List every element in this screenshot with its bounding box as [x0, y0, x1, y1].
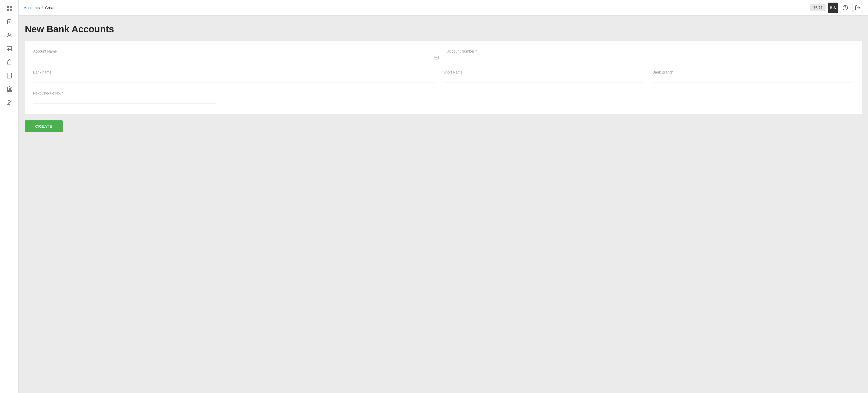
svg-rect-4	[7, 20, 11, 24]
svg-rect-1	[10, 6, 12, 8]
account-name-field: Account Name	[33, 49, 439, 62]
svg-rect-18	[9, 88, 9, 91]
account-name-input[interactable]	[33, 54, 439, 62]
svg-rect-0	[7, 6, 9, 8]
next-cheque-field: Next Cheque No. *	[33, 91, 216, 104]
bank-name-label: Bank name	[33, 70, 435, 74]
record-counter: 76/77	[810, 4, 826, 11]
svg-rect-19	[10, 88, 11, 91]
short-name-label: Short Name	[443, 70, 644, 74]
bank-branch-input[interactable]	[653, 75, 854, 83]
grid-icon[interactable]	[3, 2, 16, 15]
contact-card-icon	[434, 55, 439, 60]
clipboard-icon[interactable]	[3, 16, 16, 28]
bank-branch-field: Bank Branch	[653, 70, 854, 83]
account-number-label: Account Number *	[447, 49, 854, 53]
breadcrumb-current: Create	[45, 5, 57, 10]
page-content: New Bank Accounts Account Name	[19, 16, 868, 393]
breadcrumb: Accounts / Create	[24, 5, 57, 10]
page-title: New Bank Accounts	[25, 24, 862, 35]
topbar-right: 76/77 B.S	[810, 3, 863, 13]
svg-rect-3	[10, 9, 12, 10]
report-icon[interactable]	[3, 69, 16, 82]
user-avatar[interactable]: B.S	[828, 3, 838, 13]
short-name-field: Short Name	[443, 70, 644, 83]
breadcrumb-separator: /	[42, 5, 43, 10]
svg-rect-17	[7, 88, 8, 91]
topbar: Accounts / Create 76/77 B.S	[19, 0, 868, 16]
account-number-field: Account Number *	[447, 49, 854, 62]
currency-icon[interactable]	[3, 96, 16, 109]
svg-point-27	[435, 57, 436, 58]
svg-rect-8	[7, 46, 12, 51]
bank-branch-label: Bank Branch	[653, 70, 854, 74]
bank-name-field: Bank name	[33, 70, 435, 83]
bank-icon[interactable]	[3, 83, 16, 95]
account-number-input[interactable]	[447, 54, 854, 62]
person-icon[interactable]	[3, 29, 16, 41]
sidebar	[0, 0, 19, 393]
form-row-3: Next Cheque No. *	[33, 91, 854, 104]
create-button[interactable]: CREATE	[25, 120, 63, 132]
breadcrumb-accounts-link[interactable]: Accounts	[24, 5, 40, 10]
svg-point-24	[845, 9, 845, 9]
form-row-2: Bank name Short Name Bank Branch	[33, 70, 854, 83]
bag-icon[interactable]	[3, 56, 16, 68]
svg-point-7	[8, 33, 10, 35]
main-area: Accounts / Create 76/77 B.S	[19, 0, 868, 393]
next-cheque-input[interactable]	[33, 96, 216, 104]
short-name-input[interactable]	[443, 75, 644, 83]
form-card: Account Name Account Number *	[25, 41, 862, 114]
next-cheque-label: Next Cheque No. *	[33, 91, 216, 95]
table-icon[interactable]	[3, 43, 16, 55]
account-name-label: Account Name	[33, 49, 439, 53]
spacer-field	[224, 91, 854, 104]
form-row-1: Account Name Account Number *	[33, 49, 854, 62]
logout-button[interactable]	[852, 3, 863, 13]
svg-rect-2	[7, 9, 9, 10]
help-button[interactable]	[840, 3, 850, 13]
bank-name-input[interactable]	[33, 75, 435, 83]
